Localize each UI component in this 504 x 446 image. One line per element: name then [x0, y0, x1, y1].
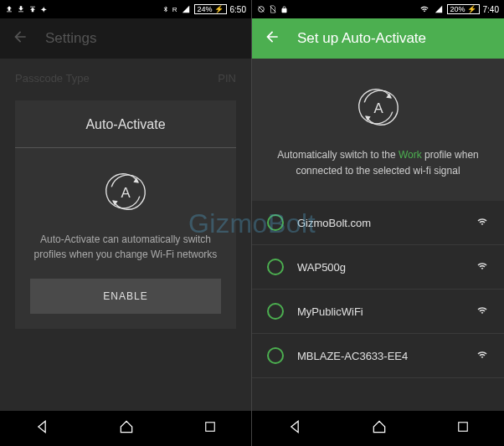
- battery-indicator: 24% ⚡: [194, 4, 227, 14]
- back-icon[interactable]: [264, 28, 280, 49]
- roaming-icon: R: [172, 6, 177, 13]
- wifi-item[interactable]: MyPublicWiFi: [252, 290, 504, 334]
- signal-icon: [434, 5, 444, 13]
- auto-activate-icon: A: [30, 168, 221, 215]
- hero-profile: Work: [399, 149, 422, 161]
- wifi-name: MyPublicWiFi: [297, 305, 462, 318]
- card-description: Auto-Activate can automatically switch p…: [30, 232, 221, 262]
- auto-activate-card: Auto-Activate A Auto-Activate can automa…: [15, 100, 236, 329]
- signal-icon: [181, 5, 191, 13]
- svg-text:A: A: [373, 100, 383, 116]
- wifi-signal-icon: [476, 259, 489, 274]
- navbar-left: [0, 411, 251, 446]
- enable-button[interactable]: ENABLE: [30, 279, 221, 314]
- wifi-icon: [419, 5, 430, 13]
- hero-section: A Automatically switch to the Work profi…: [252, 59, 504, 201]
- radio-icon: [267, 259, 284, 275]
- back-icon[interactable]: [12, 28, 28, 49]
- appbar-left: Settings: [0, 18, 251, 59]
- upload-icon: [5, 5, 13, 13]
- battery-indicator: 20% ⚡: [447, 4, 480, 14]
- wifi-name: GizmoBolt.com: [297, 217, 462, 229]
- battery-percent: 24%: [198, 5, 213, 13]
- clock: 6:50: [230, 5, 246, 14]
- nav-back[interactable]: [33, 418, 50, 438]
- content-right: A Automatically switch to the Work profi…: [252, 59, 504, 411]
- bluetooth-icon: [162, 4, 169, 14]
- passcode-value: PIN: [218, 72, 236, 85]
- wifi-name: WAP500g: [297, 261, 462, 274]
- appbar-right: Set up Auto-Activate: [252, 18, 504, 59]
- wifi-signal-icon: [476, 348, 489, 363]
- no-sim-icon: [269, 5, 277, 13]
- content-left: Passcode Type PIN Auto-Activate A Auto-A…: [0, 59, 251, 411]
- hero-description: Automatically switch to the Work profile…: [272, 147, 484, 179]
- card-title: Auto-Activate: [15, 100, 236, 148]
- svg-rect-1: [205, 423, 214, 432]
- wifi-signal-icon: [476, 215, 489, 230]
- radio-icon: [267, 303, 284, 320]
- wifi-name: MBLAZE-AC3633-EE4: [297, 350, 462, 362]
- lock-icon: [280, 5, 288, 14]
- clock: 7:40: [483, 5, 499, 14]
- wifi-list: GizmoBolt.com WAP500g MyPublicWiFi: [252, 201, 504, 378]
- download-icon: [17, 5, 25, 13]
- radio-icon: [267, 214, 284, 231]
- navbar-right: [252, 411, 504, 446]
- radio-icon: [267, 347, 284, 364]
- nav-home[interactable]: [371, 418, 388, 438]
- share-icon: [28, 5, 37, 13]
- nav-recent[interactable]: [455, 419, 471, 438]
- wifi-item[interactable]: GizmoBolt.com: [252, 201, 504, 245]
- phone-left: ✦ R 24% ⚡ 6:50 Settings Passcode Type PI…: [0, 0, 252, 446]
- wifi-item[interactable]: MBLAZE-AC3633-EE4: [252, 334, 504, 378]
- phone-right: 20% ⚡ 7:40 Set up Auto-Activate A: [252, 0, 504, 446]
- passcode-label: Passcode Type: [15, 72, 90, 85]
- wifi-item[interactable]: WAP500g: [252, 245, 504, 290]
- nav-home[interactable]: [118, 418, 135, 438]
- svg-text:A: A: [121, 185, 131, 201]
- svg-rect-6: [458, 423, 467, 432]
- app-icon: ✦: [40, 5, 47, 14]
- statusbar-left: ✦ R 24% ⚡ 6:50: [0, 0, 251, 18]
- statusbar-right: 20% ⚡ 7:40: [252, 0, 504, 18]
- battery-percent: 20%: [450, 5, 465, 13]
- passcode-row: Passcode Type PIN: [0, 59, 251, 98]
- page-title: Settings: [45, 30, 96, 47]
- hero-prefix: Automatically switch to the: [277, 149, 399, 161]
- wifi-signal-icon: [476, 304, 489, 319]
- nav-back[interactable]: [286, 418, 303, 438]
- nav-recent[interactable]: [203, 419, 218, 438]
- no-location-icon: [257, 5, 265, 13]
- auto-activate-icon: A: [272, 84, 484, 131]
- page-title: Set up Auto-Activate: [297, 30, 426, 47]
